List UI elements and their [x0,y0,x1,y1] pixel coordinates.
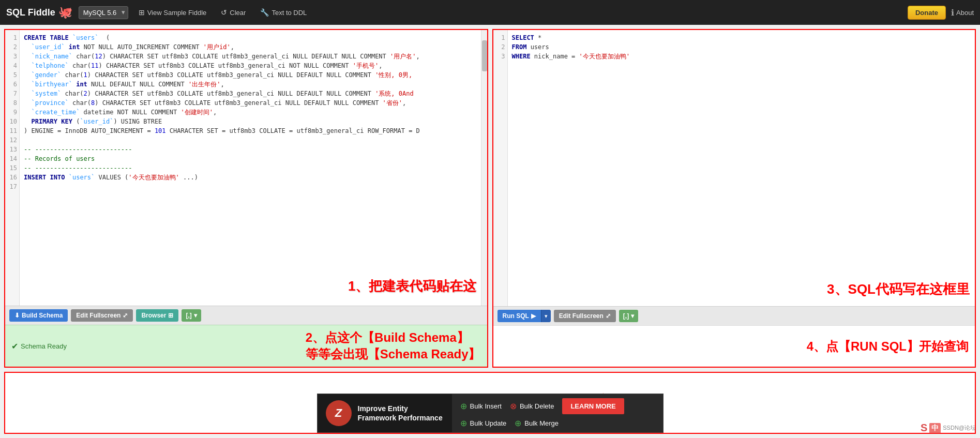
header: SQL Fiddle 🐙 MySQL 5.6 ⊞ View Sample Fid… [0,0,980,25]
bulk-merge-icon: ⊕ [515,418,521,428]
left-scrollbar[interactable] [481,30,487,306]
bulk-update-item: ⊕ Bulk Update [460,418,507,428]
right-brackets-button[interactable]: [,] ▾ [619,310,638,322]
right-brackets-label: [,] [623,312,629,320]
view-sample-button[interactable]: ⊞ View Sample Fiddle [134,6,211,19]
about-label: About [956,9,974,17]
ad-banner: Z Improve Entity Framework Performance ⊕… [317,394,664,433]
about-button[interactable]: ℹ About [951,8,974,18]
watermark: S 中 SSDN@论坛 [921,422,976,434]
logo-text: SQL Fiddle [6,7,55,18]
left-toolbar: ⬇ Build Schema Edit Fullscreen ⤢ Browser… [5,306,487,325]
header-right: Donate ℹ About [908,6,974,20]
bulk-update-icon: ⊕ [460,418,467,428]
watermark-s: S [921,422,927,434]
build-schema-label: Build Schema [22,312,63,319]
clear-label: Clear [230,9,246,17]
right-edit-fullscreen-label: Edit Fullscreen [559,312,604,320]
grid-icon: ⊞ [168,312,173,319]
left-panel: 12345 678910 1112131415 1617 CREATE TABL… [4,29,488,368]
ad-row-2: ⊕ Bulk Update ⊕ Bulk Merge [460,418,655,428]
ad-logo-circle: Z [326,400,352,426]
run-annotation: 4、点【RUN SQL】开始查询 [807,338,969,355]
run-sql-dropdown[interactable]: ▾ [541,310,551,322]
ad-row-1: ⊕ Bulk Insert ⊗ Bulk Delete LEARN MORE [460,398,655,414]
clear-button[interactable]: ↺ Clear [217,6,250,19]
right-panel: 123 SELECT * FROM users WHERE nick_name … [492,29,976,368]
browser-button[interactable]: Browser ⊞ [136,309,178,322]
left-code-content[interactable]: CREATE TABLE `users` ( `user_id` int NOT… [20,30,481,306]
right-line-numbers: 123 [493,30,508,306]
text-to-ddl-label: Text to DDL [272,9,307,17]
bulk-delete-icon: ⊗ [510,401,517,411]
right-expand-icon: ⤢ [606,312,611,320]
bulk-merge-label: Bulk Merge [524,419,559,427]
build-schema-button[interactable]: ⬇ Build Schema [9,309,68,322]
donate-button[interactable]: Donate [908,6,946,20]
right-status-bar: 4、点【RUN SQL】开始查询 [493,325,975,367]
left-brackets-label: [,] [186,312,191,319]
bottom-panel: 5、等一会儿，查询结果会出现在这里 Z Improve Entity Frame… [4,372,976,434]
run-sql-wrap: Run SQL ▶ ▾ [497,310,551,322]
status-bar: ✔ Schema Ready 2、点这个【Build Schema】 等等会出现… [5,325,487,367]
run-sql-label: Run SQL [503,312,529,320]
play-icon: ▶ [531,312,536,320]
view-sample-label: View Sample Fiddle [147,9,207,17]
ad-logo-letter: Z [335,406,342,420]
bulk-insert-icon: ⊕ [460,401,467,411]
watermark-cn: 中 [929,423,941,433]
bulk-update-label: Bulk Update [470,419,507,427]
schema-ready-indicator: ✔ Schema Ready [11,341,67,351]
ad-right: ⊕ Bulk Insert ⊗ Bulk Delete LEARN MORE ⊕… [452,394,663,432]
right-down-icon: ▾ [631,312,634,320]
left-edit-fullscreen-button[interactable]: Edit Fullscreen ⤢ [71,309,133,322]
status-annotation: 2、点这个【Build Schema】 等等会出现【Schema Ready】 [306,329,481,363]
ad-logo: Z [326,400,352,426]
expand-icon: ⤢ [123,312,128,319]
text-to-ddl-button[interactable]: 🔧 Text to DDL [256,6,311,19]
right-editor-area: 123 SELECT * FROM users WHERE nick_name … [493,30,975,306]
wrench-icon: 🔧 [260,8,269,17]
db-selector-wrap[interactable]: MySQL 5.6 [79,6,128,19]
ad-left: Z Improve Entity Framework Performance [318,394,452,432]
watermark-text: SSDN@论坛 [943,424,976,432]
right-code-content[interactable]: SELECT * FROM users WHERE nick_name = '今… [508,30,975,306]
download-icon: ⬇ [14,312,20,319]
bulk-delete-item: ⊗ Bulk Delete [510,401,554,411]
logo-area: SQL Fiddle 🐙 [6,6,72,19]
left-scrollbar-thumb[interactable] [482,40,487,71]
bulk-insert-item: ⊕ Bulk Insert [460,401,502,411]
top-panels: 12345 678910 1112131415 1617 CREATE TABL… [0,25,980,372]
left-editor-area: 12345 678910 1112131415 1617 CREATE TABL… [5,30,487,306]
db-selector[interactable]: MySQL 5.6 [79,6,128,19]
left-brackets-button[interactable]: [,] ▾ [182,309,201,322]
left-line-numbers: 12345 678910 1112131415 1617 [5,30,20,306]
edit-fullscreen-label: Edit Fullscreen [76,312,120,319]
check-icon: ✔ [11,341,18,351]
browser-label: Browser [141,312,166,319]
bulk-insert-label: Bulk Insert [470,402,502,410]
bulk-merge-item: ⊕ Bulk Merge [515,418,559,428]
bulk-delete-label: Bulk Delete [520,402,554,410]
ad-text: Improve Entity Framework Performance [358,404,444,422]
right-edit-fullscreen-button[interactable]: Edit Fullscreen ⤢ [554,310,616,322]
logo-icon: 🐙 [58,6,72,19]
info-icon: ℹ [951,8,954,18]
run-sql-button[interactable]: Run SQL ▶ [497,310,541,322]
refresh-icon: ↺ [221,8,227,17]
table-icon: ⊞ [139,8,145,17]
learn-more-button[interactable]: LEARN MORE [562,398,624,414]
down-icon: ▾ [194,312,197,319]
right-toolbar: Run SQL ▶ ▾ Edit Fullscreen ⤢ [,] ▾ [493,306,975,325]
schema-ready-text: Schema Ready [21,342,67,350]
main: 12345 678910 1112131415 1617 CREATE TABL… [0,25,980,438]
